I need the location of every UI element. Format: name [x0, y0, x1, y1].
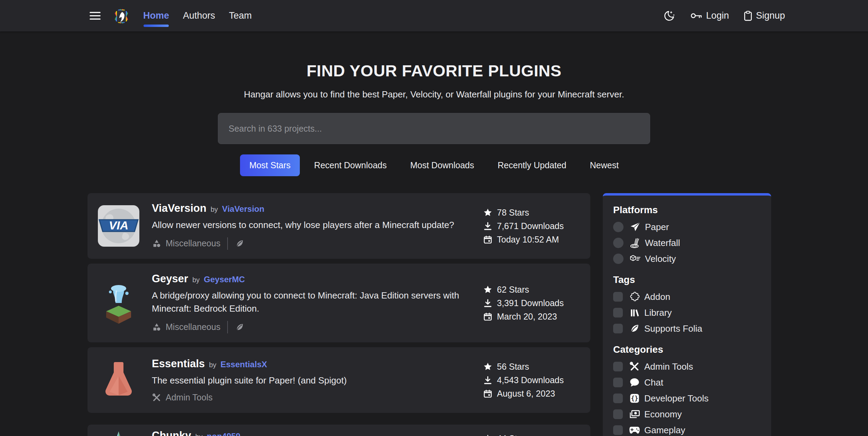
project-card-essentials[interactable]: Essentials by EssentialsX The essential …	[87, 347, 590, 413]
chat-checkbox[interactable]	[613, 378, 623, 387]
by-label: by	[211, 206, 218, 214]
author-link[interactable]: pop4959	[207, 432, 240, 436]
category-filter-developer-tools[interactable]: {} Developer Tools	[613, 392, 761, 404]
paper-radio[interactable]	[613, 222, 624, 232]
nav-link-home[interactable]: Home	[143, 10, 169, 21]
category-label: Gameplay	[644, 425, 685, 436]
page-title: FIND YOUR FAVORITE PLUGINS	[0, 61, 868, 80]
by-label: by	[192, 276, 200, 284]
project-card-geyser[interactable]: Geyser by GeyserMC A bridge/proxy allowi…	[87, 264, 590, 342]
signup-button[interactable]: Signup	[744, 10, 785, 21]
sort-tabs: Most Stars Recent Downloads Most Downloa…	[0, 154, 868, 176]
stars-count: 44 Stars	[497, 434, 529, 436]
category-filter-economy[interactable]: Economy	[613, 408, 761, 420]
by-label: by	[195, 433, 203, 436]
page-subtitle: Hangar allows you to find the best Paper…	[0, 89, 868, 100]
category-filter-gameplay[interactable]: Gameplay	[613, 424, 761, 436]
svg-text:{}: {}	[631, 395, 638, 402]
sort-tab-recently-updated[interactable]: Recently Updated	[488, 154, 576, 176]
nav-link-authors[interactable]: Authors	[183, 10, 215, 21]
download-icon	[483, 221, 492, 231]
hero-section: FIND YOUR FAVORITE PLUGINS Hangar allows…	[0, 61, 868, 176]
moon-stars-icon	[663, 10, 675, 22]
platform-filter-paper[interactable]: Paper	[613, 221, 761, 233]
login-button[interactable]: Login	[690, 10, 729, 21]
folia-leaf-icon	[235, 239, 244, 248]
category-label: Admin Tools	[644, 361, 693, 372]
sort-tab-recent-downloads[interactable]: Recent Downloads	[305, 154, 396, 176]
category-label: Developer Tools	[644, 393, 709, 404]
folia-leaf-icon	[235, 322, 244, 332]
nav-link-home-label: Home	[143, 10, 169, 21]
platform-filter-velocity[interactable]: Velocity	[613, 253, 761, 265]
download-icon	[483, 376, 492, 385]
essentials-plugin-icon	[98, 359, 139, 401]
admin-tools-checkbox[interactable]	[613, 362, 623, 371]
platform-label: Velocity	[645, 254, 676, 264]
waterfall-icon	[630, 237, 641, 248]
category-filter-admin-tools[interactable]: Admin Tools	[613, 361, 761, 372]
puzzle-icon	[629, 291, 640, 302]
login-label: Login	[706, 10, 729, 21]
project-card-viaversion[interactable]: VIA ViaVersion by ViaVersion Allow newer…	[87, 193, 590, 259]
tag-label: Supports Folia	[644, 323, 702, 334]
author-link[interactable]: GeyserMC	[204, 275, 245, 284]
dark-mode-toggle[interactable]	[663, 10, 675, 22]
divider	[227, 321, 228, 333]
navbar: Home Authors Team Login Signup	[0, 0, 868, 31]
category-label: Chat	[644, 377, 663, 388]
sort-tab-most-downloads[interactable]: Most Downloads	[401, 154, 483, 176]
clipboard-icon	[744, 11, 752, 21]
hangar-logo[interactable]	[111, 6, 131, 26]
by-label: by	[209, 361, 216, 369]
economy-banknote-icon	[629, 409, 640, 420]
addon-checkbox[interactable]	[613, 292, 623, 302]
active-tab-underline	[144, 25, 169, 27]
plugin-name: ViaVersion	[152, 202, 206, 215]
paper-plane-icon	[630, 221, 641, 233]
star-icon	[483, 434, 492, 436]
search-input[interactable]	[218, 113, 650, 144]
economy-checkbox[interactable]	[613, 409, 623, 419]
author-link[interactable]: ViaVersion	[222, 204, 264, 214]
chat-bubble-icon	[629, 377, 640, 388]
platform-filter-waterfall[interactable]: Waterfall	[613, 237, 761, 249]
velocity-radio[interactable]	[613, 254, 624, 264]
plugin-name: Essentials	[152, 358, 205, 370]
plugin-description: Allow newer versions to connect, why los…	[152, 219, 477, 232]
plugin-name: Geyser	[152, 273, 188, 285]
downloads-count: 4,543 Downloads	[497, 375, 564, 385]
key-icon	[690, 11, 703, 20]
star-icon	[483, 285, 492, 294]
stars-count: 62 Stars	[497, 285, 529, 295]
tag-filter-addon[interactable]: Addon	[613, 291, 761, 303]
viaversion-plugin-icon: VIA	[98, 205, 139, 247]
sort-tab-most-stars[interactable]: Most Stars	[240, 154, 300, 176]
tag-filter-library[interactable]: Library	[613, 307, 761, 319]
calendar-icon	[483, 235, 492, 244]
stars-count: 78 Stars	[497, 208, 529, 218]
categories-heading: Categories	[613, 344, 761, 355]
sort-tab-newest[interactable]: Newest	[581, 154, 628, 176]
library-checkbox[interactable]	[613, 308, 623, 317]
downloads-count: 3,391 Downloads	[497, 298, 564, 308]
tag-filter-supports-folia[interactable]: Supports Folia	[613, 323, 761, 334]
hamburger-icon	[89, 10, 102, 21]
plugin-description: A bridge/proxy allowing you to connect t…	[152, 289, 477, 315]
platforms-heading: Platforms	[613, 205, 761, 216]
author-link[interactable]: EssentialsX	[221, 360, 267, 369]
signup-label: Signup	[756, 10, 785, 21]
divider	[227, 237, 228, 250]
platform-label: Paper	[645, 222, 669, 233]
nav-link-team[interactable]: Team	[229, 10, 252, 21]
updated-date: March 20, 2023	[497, 312, 557, 322]
developer-tools-checkbox[interactable]	[613, 394, 623, 403]
hamburger-menu-button[interactable]	[89, 10, 102, 22]
category-filter-chat[interactable]: Chat	[613, 377, 761, 388]
developer-tools-icon: {}	[629, 393, 640, 404]
waterfall-radio[interactable]	[613, 238, 624, 248]
category-label: Miscellaneous	[166, 238, 220, 248]
project-card-chunky[interactable]: Chunky by pop4959 44 Stars	[87, 425, 590, 436]
supports-folia-checkbox[interactable]	[613, 324, 623, 333]
gameplay-checkbox[interactable]	[613, 425, 623, 435]
